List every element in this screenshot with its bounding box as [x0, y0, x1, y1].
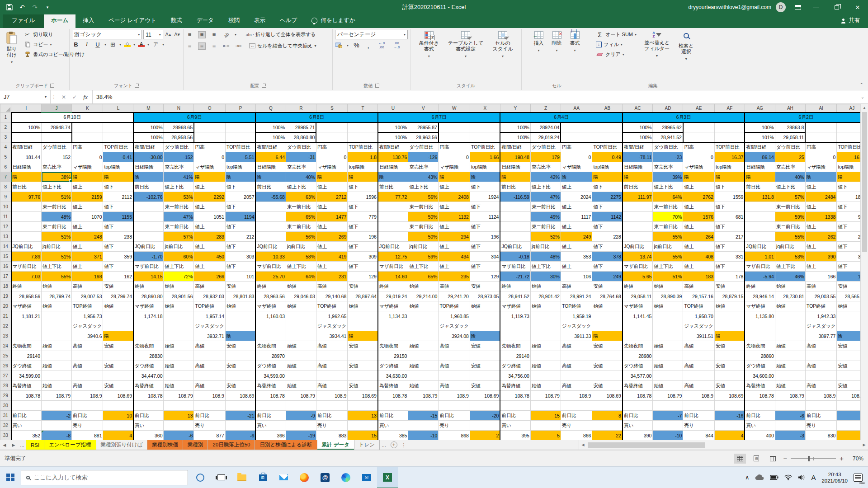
- sheet-tab-2[interactable]: 業種別張り付けば: [96, 440, 148, 450]
- cell[interactable]: 108.79: [408, 391, 439, 401]
- cell[interactable]: [714, 311, 745, 321]
- cell[interactable]: 881: [72, 431, 103, 441]
- cell[interactable]: 108.79: [164, 391, 194, 401]
- cell[interactable]: 前日比: [316, 411, 347, 421]
- cell[interactable]: -3: [775, 431, 805, 441]
- cell[interactable]: 883: [316, 431, 347, 441]
- cell[interactable]: 値上: [561, 222, 592, 232]
- cell[interactable]: 40%: [775, 172, 805, 182]
- cell[interactable]: 3940.6: [72, 331, 103, 341]
- cell[interactable]: 安値: [470, 381, 500, 391]
- vertical-scroll-thumb[interactable]: [862, 112, 867, 252]
- cell[interactable]: 100%: [255, 122, 286, 132]
- cell[interactable]: 日経陽陰: [11, 162, 42, 172]
- cell[interactable]: 安値: [470, 282, 500, 291]
- cell[interactable]: 1477: [316, 212, 347, 222]
- cell[interactable]: [378, 202, 408, 212]
- cell[interactable]: 陰: [378, 172, 408, 182]
- cell[interactable]: [500, 222, 530, 232]
- cell[interactable]: ジャスダック: [72, 321, 103, 331]
- cell[interactable]: 安値: [225, 282, 255, 291]
- cell[interactable]: 値下: [714, 182, 745, 192]
- row-header-15[interactable]: 15: [0, 252, 11, 262]
- show-hidden-icons[interactable]: ∧: [745, 474, 750, 481]
- clipboard-dialog-launcher-icon[interactable]: [50, 84, 54, 88]
- row-header-6[interactable]: 6: [0, 162, 11, 172]
- cell[interactable]: [439, 351, 470, 361]
- cell[interactable]: 始値: [164, 282, 194, 291]
- cell[interactable]: 東一前日比: [530, 202, 561, 212]
- cell[interactable]: 空売比率: [408, 162, 439, 172]
- cell[interactable]: 29140: [11, 351, 42, 361]
- tab-insert[interactable]: 挿入: [75, 14, 101, 28]
- cell[interactable]: jq前日比: [42, 242, 72, 252]
- cell[interactable]: [11, 202, 42, 212]
- cell[interactable]: [194, 351, 225, 361]
- cell[interactable]: 日経陽陰: [623, 162, 653, 172]
- cell[interactable]: 始値: [103, 301, 133, 311]
- cell[interactable]: 868: [439, 431, 470, 441]
- cell[interactable]: 108.69: [470, 391, 500, 401]
- cell[interactable]: 390: [805, 252, 836, 262]
- cell[interactable]: 13: [348, 411, 378, 421]
- cell[interactable]: 値下: [225, 222, 255, 232]
- row-header-12[interactable]: 12: [0, 222, 11, 232]
- cell[interactable]: 東一前日比: [408, 202, 439, 212]
- cell[interactable]: 陰: [133, 172, 164, 182]
- cell[interactable]: 41%: [164, 172, 194, 182]
- cell[interactable]: [103, 311, 133, 321]
- cell[interactable]: 値上: [72, 242, 103, 252]
- cell[interactable]: 始値: [714, 301, 745, 311]
- cell[interactable]: 15: [348, 431, 378, 441]
- cell[interactable]: 28860: [745, 351, 775, 361]
- cell[interactable]: 28,963.56: [408, 132, 439, 142]
- cell[interactable]: 249: [561, 232, 592, 242]
- cell[interactable]: 434: [439, 252, 470, 262]
- cell[interactable]: -5.94: [745, 272, 775, 282]
- cell[interactable]: [133, 222, 164, 232]
- cell[interactable]: 56%: [286, 232, 316, 242]
- cell[interactable]: [348, 401, 378, 411]
- cell[interactable]: 日経陽陰: [133, 162, 164, 172]
- cell[interactable]: [592, 401, 623, 411]
- cell[interactable]: [592, 351, 623, 361]
- cell[interactable]: 108.69: [103, 391, 133, 401]
- cell[interactable]: TOP前日比: [592, 142, 623, 152]
- cell[interactable]: -1.70: [133, 252, 164, 262]
- cell[interactable]: マザ終値: [500, 301, 530, 311]
- tab-home[interactable]: ホーム: [44, 14, 75, 28]
- cell[interactable]: 終値: [500, 282, 530, 291]
- expand-formula-bar-icon[interactable]: ⌄: [857, 90, 868, 103]
- cell[interactable]: 309: [348, 252, 378, 262]
- cell[interactable]: 空売比率: [530, 162, 561, 172]
- cell[interactable]: 陽: [72, 172, 103, 182]
- cell[interactable]: -78.11: [623, 152, 653, 162]
- increase-indent-icon[interactable]: ⇥≡: [235, 42, 242, 50]
- cell[interactable]: [439, 401, 470, 411]
- cell[interactable]: -6: [164, 431, 194, 441]
- cell[interactable]: [561, 401, 592, 411]
- cell[interactable]: 34,447.00: [133, 371, 164, 381]
- cell[interactable]: [714, 371, 745, 381]
- date-cell[interactable]: 6月8日: [255, 113, 377, 122]
- cell[interactable]: -116.59: [500, 192, 530, 202]
- cell[interactable]: マザ陽陰: [439, 162, 470, 172]
- cell[interactable]: 終値: [623, 282, 653, 291]
- cell[interactable]: [653, 321, 683, 331]
- cell[interactable]: 高値: [72, 381, 103, 391]
- cell[interactable]: [805, 132, 836, 142]
- cell[interactable]: 始値: [225, 301, 255, 311]
- cell[interactable]: 値上: [439, 222, 470, 232]
- cell[interactable]: 前日比: [683, 411, 714, 421]
- cell[interactable]: 先物夜間: [623, 341, 653, 351]
- cell[interactable]: 43%: [408, 172, 439, 182]
- sort-filter-button[interactable]: AZ 並べ替えと フィルター▾: [642, 30, 672, 60]
- cell[interactable]: 始値: [286, 341, 316, 351]
- cell[interactable]: [714, 321, 745, 331]
- cell[interactable]: 0: [561, 152, 592, 162]
- cell[interactable]: 終値: [745, 282, 775, 291]
- mail-at-button[interactable]: @: [315, 467, 335, 488]
- cell[interactable]: 408: [683, 252, 714, 262]
- row-header-14[interactable]: 14: [0, 242, 11, 252]
- cell[interactable]: 値上下比: [286, 262, 316, 272]
